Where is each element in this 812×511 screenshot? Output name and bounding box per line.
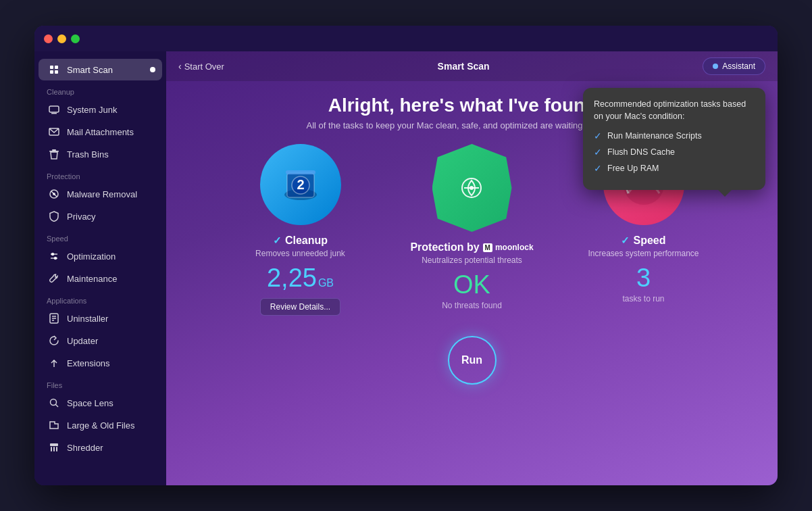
speed-check-icon: ✓: [621, 235, 630, 247]
section-label-speed: Speed: [34, 228, 166, 245]
svg-rect-2: [50, 70, 53, 74]
cleanup-subtitle: Removes unneeded junk: [255, 249, 345, 258]
svg-point-14: [52, 253, 54, 256]
moonlock-logo: M moonlock: [483, 243, 534, 252]
large-old-files-label: Large & Old Files: [67, 420, 134, 431]
panel-heading: Alright, here's what I've found…: [328, 95, 616, 116]
sidebar-item-mail-attachments[interactable]: Mail Attachments: [39, 121, 162, 143]
assistant-button[interactable]: Assistant: [703, 57, 765, 75]
popup-item-3-label: Free Up RAM: [607, 164, 659, 173]
back-button[interactable]: ‹ Start Over: [178, 61, 224, 72]
sidebar-item-optimization[interactable]: Optimization: [39, 245, 162, 267]
privacy-label: Privacy: [67, 212, 96, 222]
sidebar-item-extensions[interactable]: Extensions: [39, 352, 162, 374]
moonlock-brand-label: moonlock: [495, 243, 534, 252]
protection-detail: No threats found: [442, 301, 502, 310]
popup-item-2-label: Flush DNS Cache: [607, 147, 675, 157]
svg-point-34: [470, 186, 474, 190]
extensions-icon: [48, 357, 60, 369]
protection-value: OK: [453, 270, 490, 299]
protection-title: Protection by: [410, 241, 479, 253]
updater-icon: [48, 335, 60, 347]
svg-line-22: [56, 405, 59, 408]
system-junk-icon: [48, 103, 60, 116]
main-content: Smart Scan Cleanup System Junk: [34, 51, 778, 485]
uninstaller-icon: [48, 312, 60, 324]
protection-subtitle: Neutralizes potential threats: [422, 256, 522, 265]
panel-header: ‹ Start Over Smart Scan Assistant: [166, 51, 778, 81]
protection-title-row: Protection by M moonlock: [410, 241, 533, 253]
cleanup-value: 2,25GB: [267, 264, 334, 293]
svg-rect-25: [53, 447, 55, 452]
trash-bins-label: Trash Bins: [67, 149, 109, 160]
main-panel: ‹ Start Over Smart Scan Assistant Recomm…: [166, 51, 778, 485]
section-label-cleanup: Cleanup: [34, 81, 166, 98]
smart-scan-icon: [48, 64, 60, 76]
speed-detail: tasks to run: [622, 294, 664, 303]
popup-item-2: ✓ Flush DNS Cache: [594, 147, 755, 157]
review-details-button[interactable]: Review Details...: [260, 298, 340, 316]
cleanup-card-icon: 2: [260, 144, 341, 225]
titlebar: [34, 26, 778, 51]
sidebar-item-large-old-files[interactable]: Large & Old Files: [39, 414, 162, 436]
popup-item-3: ✓ Free Up RAM: [594, 163, 755, 174]
assistant-dot-icon: [713, 64, 718, 69]
close-button[interactable]: [44, 34, 53, 43]
cleanup-card: 2 ✓ Cleanup Removes unneeded junk 2,25GB: [223, 144, 378, 316]
malware-removal-label: Malware Removal: [67, 189, 137, 199]
maximize-button[interactable]: [71, 34, 80, 43]
svg-rect-31: [286, 170, 315, 174]
sidebar-item-updater[interactable]: Updater: [39, 330, 162, 351]
speed-subtitle: Increases system performance: [588, 249, 699, 258]
sidebar-item-maintenance[interactable]: Maintenance: [39, 268, 162, 289]
svg-rect-3: [55, 70, 58, 74]
trash-icon: [48, 148, 60, 160]
popup-title: Recommended optimization tasks based on …: [594, 99, 755, 122]
speed-title: Speed: [633, 235, 665, 247]
extensions-label: Extensions: [67, 358, 110, 368]
sidebar-item-space-lens[interactable]: Space Lens: [39, 392, 162, 414]
section-label-applications: Applications: [34, 290, 166, 307]
check-icon-3: ✓: [594, 163, 602, 174]
svg-text:2: 2: [297, 177, 304, 192]
cleanup-number: 2,25: [267, 264, 317, 292]
files-icon: [48, 419, 60, 431]
assistant-button-label: Assistant: [722, 62, 755, 71]
mail-icon: [48, 126, 60, 138]
minimize-button[interactable]: [57, 34, 66, 43]
mail-attachments-label: Mail Attachments: [67, 127, 134, 137]
moonlock-m-icon: M: [483, 243, 492, 252]
section-label-files: Files: [34, 374, 166, 391]
app-window: Smart Scan Cleanup System Junk: [34, 26, 778, 485]
uninstaller-label: Uninstaller: [67, 314, 108, 324]
popup-item-1: ✓ Run Maintenance Scripts: [594, 130, 755, 141]
svg-rect-8: [52, 149, 56, 151]
system-junk-label: System Junk: [67, 105, 117, 115]
speed-value: 3: [636, 264, 651, 293]
shredder-label: Shredder: [67, 443, 103, 453]
sidebar-item-privacy[interactable]: Privacy: [39, 205, 162, 227]
cleanup-check-icon: ✓: [273, 235, 282, 247]
back-button-label: Start Over: [184, 62, 224, 72]
privacy-icon: [48, 210, 60, 222]
space-lens-label: Space Lens: [67, 398, 113, 408]
shredder-icon: [48, 441, 60, 454]
sidebar-item-smart-scan[interactable]: Smart Scan: [39, 59, 162, 80]
svg-rect-24: [51, 447, 52, 452]
traffic-lights: [44, 34, 80, 43]
protection-card: Protection by M moonlock Neutralizes pot…: [395, 144, 550, 316]
svg-rect-1: [55, 66, 58, 69]
panel-title: Smart Scan: [224, 61, 703, 72]
cleanup-unit: GB: [318, 277, 334, 289]
assistant-popup: Recommended optimization tasks based on …: [583, 88, 765, 190]
popup-item-1-label: Run Maintenance Scripts: [607, 131, 702, 141]
sidebar-item-uninstaller[interactable]: Uninstaller: [39, 308, 162, 329]
svg-point-11: [53, 193, 55, 195]
run-button[interactable]: Run: [448, 336, 497, 385]
sidebar-item-malware-removal[interactable]: Malware Removal: [39, 183, 162, 205]
check-icon-2: ✓: [594, 147, 602, 157]
sidebar: Smart Scan Cleanup System Junk: [34, 51, 166, 485]
sidebar-item-shredder[interactable]: Shredder: [39, 437, 162, 458]
sidebar-item-system-junk[interactable]: System Junk: [39, 99, 162, 120]
sidebar-item-trash-bins[interactable]: Trash Bins: [39, 143, 162, 165]
